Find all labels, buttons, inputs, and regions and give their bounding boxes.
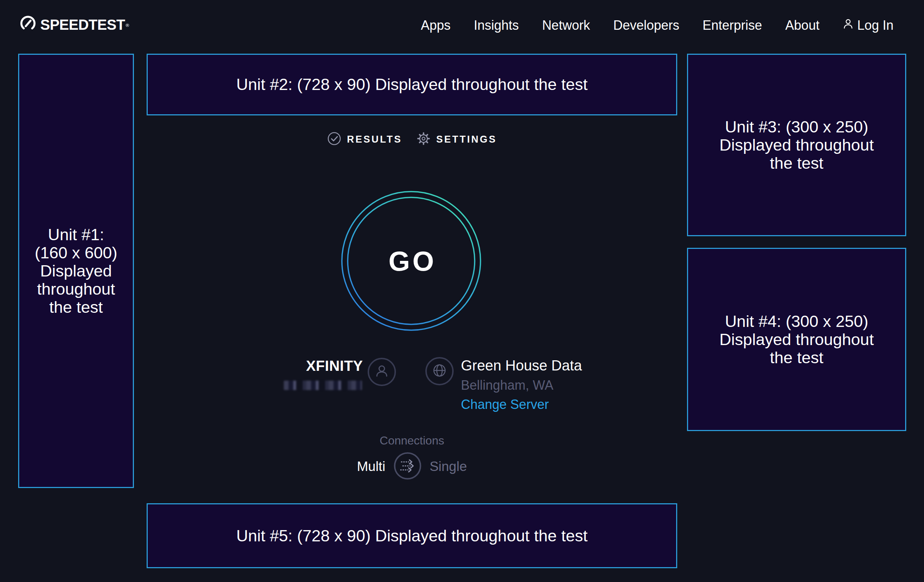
server-location: Bellingham, WA <box>461 378 553 393</box>
tab-results[interactable]: RESULTS <box>327 131 402 147</box>
nav-item-network[interactable]: Network <box>542 18 590 33</box>
redacted-ip-address <box>284 381 362 390</box>
login-label: Log In <box>857 18 894 33</box>
go-label: GO <box>341 191 482 331</box>
gear-icon <box>416 131 431 147</box>
tab-settings[interactable]: SETTINGS <box>416 131 497 147</box>
ad-unit-1-text: Unit #1:(160 x 600)Displayedthroughoutth… <box>35 226 117 317</box>
login-button[interactable]: Log In <box>843 18 894 33</box>
nav-item-apps[interactable]: Apps <box>421 18 450 33</box>
main-nav: Apps Insights Network Developers Enterpr… <box>421 0 894 51</box>
check-circle-icon <box>327 131 342 147</box>
ad-unit-2-text: Unit #2: (728 x 90) Displayed throughout… <box>236 76 587 94</box>
nav-item-developers[interactable]: Developers <box>613 18 680 33</box>
registered-mark: ® <box>125 23 129 28</box>
nav-item-about[interactable]: About <box>785 18 820 33</box>
view-tabs: RESULTS SETTINGS <box>147 131 677 147</box>
user-icon <box>843 18 854 33</box>
nav-item-insights[interactable]: Insights <box>474 18 519 33</box>
speedtest-page: SPEEDTEST® Apps Insights Network Develop… <box>0 0 924 582</box>
go-button[interactable]: GO <box>341 191 482 331</box>
connections-row: Multi Single <box>147 452 677 481</box>
multi-connection-arrows-icon <box>393 452 422 480</box>
server-globe-badge <box>425 357 454 385</box>
person-icon <box>374 363 390 381</box>
ad-unit-2-728x90[interactable]: Unit #2: (728 x 90) Displayed throughout… <box>147 54 677 115</box>
connections-multi-label: Multi <box>357 459 385 474</box>
speedtest-logo[interactable]: SPEEDTEST® <box>20 15 129 34</box>
server-name: Green House Data <box>461 358 582 374</box>
speedtest-gauge-icon <box>20 15 36 33</box>
isp-user-badge <box>368 358 396 386</box>
results-tab-label: RESULTS <box>347 134 402 145</box>
settings-tab-label: SETTINGS <box>436 134 497 145</box>
globe-icon <box>432 363 447 380</box>
ad-unit-4-text: Unit #4: (300 x 250)Displayed throughout… <box>719 312 874 367</box>
ad-unit-1-160x600[interactable]: Unit #1:(160 x 600)Displayedthroughoutth… <box>18 54 134 488</box>
nav-item-enterprise[interactable]: Enterprise <box>703 18 762 33</box>
ad-unit-4-300x250[interactable]: Unit #4: (300 x 250)Displayed throughout… <box>687 248 906 431</box>
ad-unit-5-728x90[interactable]: Unit #5: (728 x 90) Displayed throughout… <box>147 503 677 568</box>
brand-name: SPEEDTEST® <box>40 15 129 34</box>
connections-single-label: Single <box>430 459 467 474</box>
ad-unit-3-text: Unit #3: (300 x 250)Displayed throughout… <box>719 118 874 172</box>
ad-unit-5-text: Unit #5: (728 x 90) Displayed throughout… <box>236 527 587 545</box>
change-server-link[interactable]: Change Server <box>461 397 549 412</box>
ad-unit-3-300x250[interactable]: Unit #3: (300 x 250)Displayed throughout… <box>687 54 906 236</box>
isp-name: XFINITY <box>269 358 363 374</box>
connections-toggle[interactable] <box>393 452 422 481</box>
connections-label: Connections <box>147 434 677 447</box>
